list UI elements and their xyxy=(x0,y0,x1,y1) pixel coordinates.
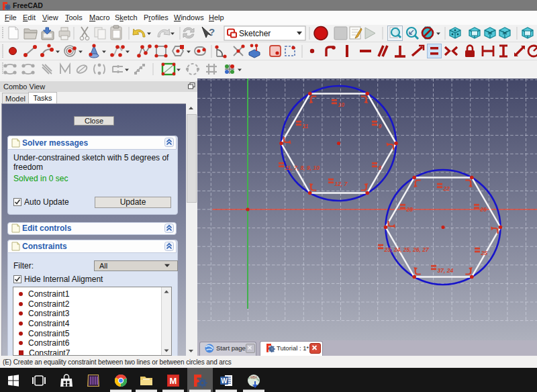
svg-text:8: 8 xyxy=(379,164,382,171)
svg-text:22: 22 xyxy=(443,185,450,192)
svg-text:W: W xyxy=(221,377,228,385)
svg-text:9: 9 xyxy=(379,123,382,130)
svg-text:26: 26 xyxy=(480,206,487,213)
svg-text:23, 24, 25, 26, 27: 23, 24, 25, 26, 27 xyxy=(384,246,430,253)
svg-text:25: 25 xyxy=(481,250,488,256)
svg-text:WBA: WBA xyxy=(250,376,257,379)
svg-text:28: 28 xyxy=(406,206,413,213)
svg-text:37, 24: 37, 24 xyxy=(438,267,454,274)
svg-text:10: 10 xyxy=(338,101,345,108)
svg-text:12, 7: 12, 7 xyxy=(335,181,348,187)
svg-text:11: 11 xyxy=(303,123,309,130)
svg-text:M: M xyxy=(170,376,177,386)
svg-text:Sketcher: Sketcher xyxy=(239,29,271,38)
svg-text:11, 7, 8, 9, 10: 11, 7, 8, 9, 10 xyxy=(285,164,320,171)
svg-text:?: ? xyxy=(209,26,215,38)
